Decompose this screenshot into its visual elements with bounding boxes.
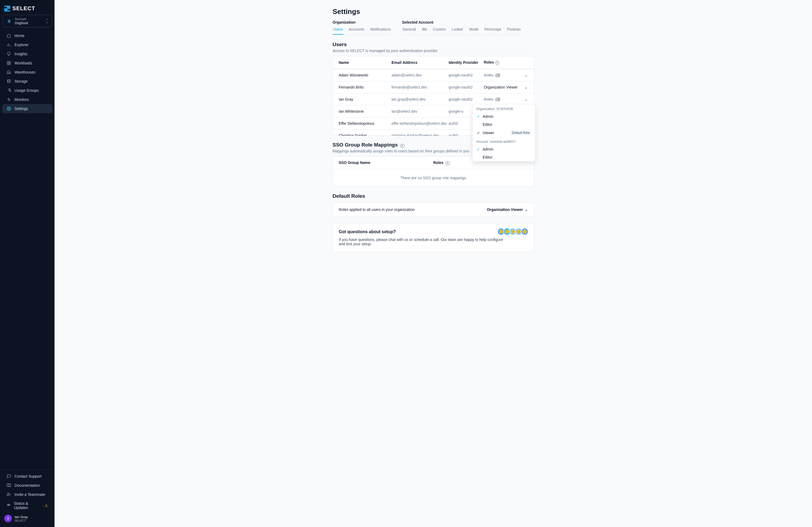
tab-notifications[interactable]: Notifications xyxy=(370,27,391,35)
users-subheading: Access to SELECT is managed by your auth… xyxy=(333,48,534,53)
default-roles-selector[interactable]: Organization Viewer⌄ xyxy=(487,207,528,212)
page-title: Settings xyxy=(333,7,534,16)
svg-rect-3 xyxy=(9,63,11,65)
sso-empty-state: There are no SSO group role mappings xyxy=(333,169,534,186)
user-idp-cell: google-oauth2 xyxy=(449,97,484,102)
book-icon xyxy=(6,483,11,488)
default-role-badge: Default Role xyxy=(510,131,531,135)
sidebar-item-label: Invite a Teammate xyxy=(14,492,45,497)
warehouse-icon xyxy=(6,70,11,75)
user-plus-icon xyxy=(6,492,11,497)
sidebar-item-workloads[interactable]: Workloads xyxy=(2,59,52,67)
sidebar-item-documentation[interactable]: Documentation xyxy=(2,481,52,490)
sidebar-item-label: Usage Groups xyxy=(14,88,39,93)
popover-item-org-admin[interactable]: ✓Admin xyxy=(473,112,535,120)
sidebar-item-label: Storage xyxy=(14,79,28,84)
role-selector[interactable]: Roles (3)⌄ xyxy=(484,97,528,102)
user-email-cell: fernando@select.dev xyxy=(392,85,449,89)
svg-rect-2 xyxy=(7,63,9,65)
chevron-down-icon: ⌄ xyxy=(524,73,528,77)
sidebar-item-label: Insights xyxy=(14,52,27,56)
sidebar-item-invite[interactable]: Invite a Teammate xyxy=(2,490,52,499)
account-name: Dogfood xyxy=(15,21,43,25)
sidebar-item-monitors[interactable]: Monitors xyxy=(2,95,52,104)
account-switcher[interactable]: Account Dogfood ⌃⌄ xyxy=(3,15,52,27)
tab-general[interactable]: General xyxy=(402,27,417,35)
tab-group-organization-label: Organization xyxy=(333,20,391,25)
current-user[interactable]: I Ian Gray SELECT xyxy=(0,512,55,525)
tab-periscope[interactable]: Periscope xyxy=(484,27,502,35)
tab-accounts[interactable]: Accounts xyxy=(348,27,365,35)
user-name-cell: Ian Whitestone xyxy=(339,109,392,114)
tab-fivetran[interactable]: Fivetran xyxy=(507,27,521,35)
avatar-icon: 🙂 xyxy=(521,228,528,235)
user-idp-cell: google-oauth2 xyxy=(449,73,484,77)
tab-dbt[interactable]: dbt xyxy=(421,27,427,35)
svg-rect-0 xyxy=(7,61,9,63)
user-email-cell: ian@select.dev xyxy=(392,109,449,114)
sidebar-item-contact-support[interactable]: Contact Support xyxy=(2,472,52,481)
col-name: Name xyxy=(339,60,392,65)
sidebar-item-label: Monitors xyxy=(14,97,29,102)
user-name-cell: Christina Dunbar xyxy=(339,133,392,136)
broadcast-icon xyxy=(6,503,11,508)
users-heading: Users xyxy=(333,42,534,47)
snowflake-icon xyxy=(6,18,12,24)
role-selector[interactable]: Roles (3)⌄ xyxy=(484,73,528,77)
tab-mode[interactable]: Mode xyxy=(468,27,479,35)
role-selector[interactable]: Organization Viewer⌄ xyxy=(484,85,528,89)
sidebar-item-label: Settings xyxy=(14,107,28,111)
svg-point-6 xyxy=(8,493,9,494)
home-icon xyxy=(6,33,11,38)
user-email-cell: adam@select.dev xyxy=(392,73,449,77)
check-icon: ✓ xyxy=(476,147,481,151)
col-roles: Rolesi xyxy=(484,60,528,65)
account-label: Account xyxy=(15,17,43,21)
user-name: Ian Gray xyxy=(14,515,28,519)
sidebar-item-home[interactable]: Home xyxy=(2,31,52,40)
tab-looker[interactable]: Looker xyxy=(451,27,464,35)
lightbulb-icon xyxy=(6,51,11,56)
sidebar-item-label: Status & Updates xyxy=(14,501,37,510)
info-icon[interactable]: i xyxy=(446,161,450,165)
popover-org-label: Organization: SCWXHOB xyxy=(473,104,535,112)
sidebar-item-settings[interactable]: Settings xyxy=(2,104,52,113)
chevron-down-icon: ⌄ xyxy=(525,207,528,212)
sidebar-item-warehouses[interactable]: Warehouses xyxy=(2,67,52,77)
database-icon xyxy=(6,79,11,84)
sidebar-item-label: Workloads xyxy=(14,61,32,65)
popover-item-org-editor[interactable]: Editor xyxy=(473,120,535,129)
sidebar-item-label: Warehouses xyxy=(14,70,35,74)
user-name-cell: Effie Stefanotopolous xyxy=(339,121,392,125)
sidebar-item-usage-groups[interactable]: Usage Groups xyxy=(2,86,52,95)
sidebar-item-label: Explorer xyxy=(14,43,28,47)
check-icon: ✓ xyxy=(476,131,481,135)
tab-custom[interactable]: Custom xyxy=(432,27,446,35)
sidebar-item-label: Home xyxy=(14,33,25,38)
user-email-cell: christina.dunbar@select.dev xyxy=(392,133,449,136)
sidebar-item-storage[interactable]: Storage xyxy=(2,77,52,86)
popover-item-org-viewer[interactable]: ✓ViewerDefault Role xyxy=(473,129,535,137)
default-roles-description: Roles applied to all users in your organ… xyxy=(339,207,415,212)
chart-icon xyxy=(6,42,11,47)
check-icon: ✓ xyxy=(476,114,481,119)
sidebar-item-explorer[interactable]: Explorer xyxy=(2,40,52,49)
default-roles-heading: Default Roles xyxy=(333,193,534,199)
user-name-cell: Ian Gray xyxy=(339,97,392,102)
warning-icon: ⚠ xyxy=(45,503,48,508)
sidebar-item-label: Contact Support xyxy=(14,474,42,479)
logo-mark-icon xyxy=(4,6,10,12)
roles-popover: Organization: SCWXHOB ✓Admin Editor ✓Vie… xyxy=(472,104,535,162)
sidebar-item-status[interactable]: Status & Updates ⚠ xyxy=(2,499,52,512)
popover-item-acct-admin[interactable]: ✓Admin xyxy=(473,145,535,153)
info-icon[interactable]: i xyxy=(400,144,404,148)
team-avatars: 🙂 🙂 🙂 🙂 🙂 xyxy=(499,228,528,235)
popover-item-acct-editor[interactable]: Editor xyxy=(473,153,535,161)
svg-point-4 xyxy=(8,79,11,80)
table-row: Adam Wisniewski adam@select.dev google-o… xyxy=(333,69,534,81)
activity-icon xyxy=(6,97,11,102)
pie-icon xyxy=(6,88,11,93)
tab-users[interactable]: Users xyxy=(333,27,344,35)
info-icon[interactable]: i xyxy=(495,61,499,65)
sidebar-item-insights[interactable]: Insights xyxy=(2,49,52,59)
